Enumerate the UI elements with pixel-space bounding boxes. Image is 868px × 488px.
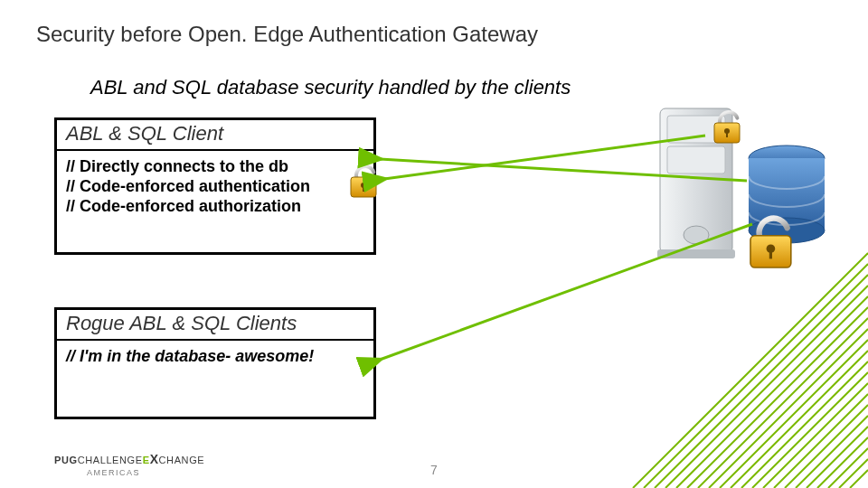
svg-rect-22: [667, 116, 725, 143]
rogue-box-heading: Rogue ABL & SQL Clients: [57, 310, 373, 339]
padlock-open-icon: [714, 109, 740, 143]
svg-line-4: [676, 296, 868, 488]
footer-brand-pug: PUG: [54, 455, 78, 465]
arrow-rogue: [380, 224, 752, 360]
footer-logo: PUGCHALLENGEEXCHANGE: [54, 452, 204, 466]
svg-line-6: [698, 318, 868, 488]
svg-point-28: [749, 218, 825, 243]
svg-line-12: [763, 383, 868, 488]
svg-point-33: [767, 244, 776, 253]
svg-line-10: [741, 361, 868, 488]
svg-rect-23: [667, 146, 725, 174]
footer-brand-x: X: [150, 452, 159, 466]
svg-line-13: [774, 394, 868, 488]
arrow-auth: [384, 136, 705, 179]
page-number: 7: [430, 463, 438, 477]
svg-line-17: [817, 437, 868, 488]
footer-brand-e: E: [143, 455, 150, 465]
svg-point-26: [749, 145, 825, 171]
rogue-box: Rogue ABL & SQL Clients // I'm in the da…: [54, 307, 376, 419]
svg-line-19: [839, 459, 868, 488]
svg-rect-21: [660, 108, 732, 253]
server-icon: [657, 108, 735, 258]
footer-region: AMERICAS: [87, 468, 140, 477]
svg-rect-32: [750, 236, 791, 267]
padlock-open-icon: [750, 214, 791, 267]
svg-line-3: [665, 286, 868, 488]
svg-line-5: [687, 307, 868, 488]
footer-brand-challenge: CHALLENGE: [78, 455, 143, 465]
client-code-line-2: // Code-enforced authentication: [66, 176, 364, 196]
svg-line-14: [785, 405, 868, 488]
client-code-line-1: // Directly connects to the db: [66, 156, 364, 176]
svg-rect-34: [769, 250, 772, 259]
svg-rect-31: [726, 132, 728, 137]
rogue-code-line: // I'm in the database- awesome!: [66, 346, 364, 366]
svg-line-1: [644, 264, 868, 488]
svg-line-0: [633, 253, 868, 488]
svg-line-20: [850, 470, 868, 488]
slide-title: Security before Open. Edge Authenticatio…: [36, 22, 538, 47]
slide-subtitle: ABL and SQL database security handled by…: [90, 76, 571, 99]
svg-line-9: [731, 351, 868, 488]
svg-line-16: [807, 427, 868, 488]
svg-line-15: [796, 416, 868, 488]
client-code-line-3: // Code-enforced authorization: [66, 196, 364, 216]
svg-line-18: [828, 448, 868, 488]
decorative-hatch: [633, 253, 868, 488]
svg-rect-29: [714, 123, 740, 143]
svg-point-24: [684, 226, 709, 244]
svg-point-30: [724, 128, 730, 134]
svg-line-7: [709, 329, 868, 488]
svg-line-8: [720, 340, 868, 488]
client-box-heading: ABL & SQL Client: [57, 120, 373, 149]
svg-line-11: [752, 372, 868, 488]
client-box: ABL & SQL Client // Directly connects to…: [54, 117, 376, 255]
svg-rect-25: [657, 249, 735, 258]
database-icon: [749, 145, 825, 243]
arrow-connect-db: [380, 159, 747, 181]
svg-rect-27: [749, 158, 825, 230]
footer-brand-change: CHANGE: [159, 455, 205, 465]
svg-line-2: [655, 275, 868, 488]
